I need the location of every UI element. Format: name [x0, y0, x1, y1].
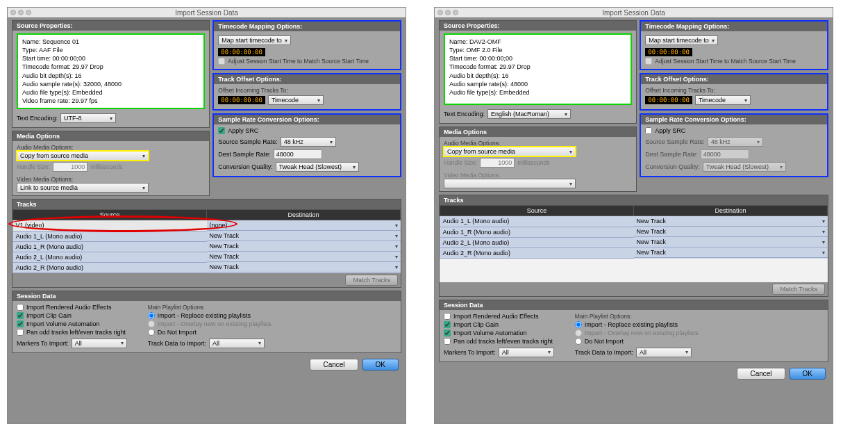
- source-prop-line: Audio bit depth(s): 16: [449, 72, 626, 80]
- track-source: Audio 2_R (Mono audio): [13, 262, 207, 273]
- tc-map-select[interactable]: Map start timecode to: [218, 35, 291, 45]
- src-panel: Sample Rate Conversion Options: Apply SR…: [640, 113, 828, 177]
- track-row[interactable]: Audio 1_R (Mono audio)New Track: [13, 241, 401, 252]
- track-row[interactable]: Audio 1_R (Mono audio)New Track: [440, 227, 828, 237]
- adjust-start-checkbox[interactable]: Adjust Session Start Time to Match Sourc…: [645, 58, 796, 65]
- session-data-panel: Session Data Import Rendered Audio Effec…: [12, 291, 401, 353]
- track-source: Audio 2_L (Mono audio): [440, 237, 634, 247]
- source-properties-panel: Source Properties: Name: Sequence 01Type…: [12, 20, 210, 128]
- track-dest-select[interactable]: New Track: [634, 216, 828, 227]
- titlebar: Import Session Data: [435, 8, 833, 17]
- window-title: Import Session Data: [8, 9, 406, 17]
- track-dest-select[interactable]: New Track: [207, 231, 401, 241]
- source-properties-panel: Source Properties: Name: DAV2-OMFType: O…: [439, 20, 637, 124]
- trackdata-select[interactable]: All: [209, 339, 265, 348]
- track-source: Audio 1_L (Mono audio): [440, 216, 634, 227]
- window-title: Import Session Data: [435, 9, 833, 17]
- source-props-box: Name: Sequence 01Type: AAF FileStart tim…: [17, 33, 205, 109]
- source-sr-select[interactable]: 48 kHz: [281, 137, 336, 147]
- conv-quality-select[interactable]: Tweak Head (Slowest): [276, 162, 359, 172]
- apply-src-checkbox[interactable]: Apply SRC: [218, 127, 258, 134]
- source-prop-line: Name: DAV2-OMF: [449, 38, 626, 46]
- source-prop-line: Start time: 00:00:00;00: [22, 54, 199, 63]
- media-options-panel: Media Options Audio Media Options: Copy …: [439, 127, 637, 192]
- track-dest-select[interactable]: New Track: [207, 262, 401, 273]
- source-prop-line: Video frame rate: 29.97 fps: [22, 97, 199, 105]
- track-dest-select[interactable]: New Track: [634, 237, 828, 247]
- source-prop-line: Audio file type(s): Embedded: [449, 88, 626, 97]
- track-row[interactable]: Audio 1_L (Mono audio)New Track: [13, 231, 401, 241]
- text-encoding-select[interactable]: UTF-8: [60, 113, 116, 123]
- audio-media-select[interactable]: Copy from source media: [17, 151, 149, 161]
- source-prop-line: Audio file type(s): Embedded: [22, 88, 199, 97]
- import-rendered-checkbox[interactable]: Import Rendered Audio Effects: [17, 304, 127, 311]
- import-volauto-checkbox[interactable]: Import Volume Automation: [17, 320, 127, 327]
- source-prop-line: Type: AAF File: [22, 46, 199, 54]
- video-media-select[interactable]: Link to source media: [17, 183, 149, 193]
- track-dest-select[interactable]: New Track: [634, 227, 828, 237]
- tracks-panel: Tracks SourceDestination V1 (video)(none…: [12, 199, 401, 288]
- track-dest-select[interactable]: (none): [207, 220, 401, 231]
- offset-tc-display[interactable]: 00:00:00:00: [218, 96, 265, 104]
- cancel-button[interactable]: Cancel: [310, 359, 358, 371]
- markers-select[interactable]: All: [72, 339, 127, 348]
- tracks-table[interactable]: SourceDestination Audio 1_L (Mono audio)…: [440, 205, 828, 259]
- playlist-donot-radio[interactable]: Do Not Import: [148, 329, 272, 336]
- timecode-mapping-panel: Timecode Mapping Options: Map start time…: [212, 20, 401, 70]
- cancel-button[interactable]: Cancel: [737, 368, 785, 380]
- track-source: Audio 1_R (Mono audio): [440, 227, 634, 237]
- playlist-replace-radio[interactable]: Import - Replace existing playlists: [148, 312, 272, 319]
- pan-odd-checkbox[interactable]: Pan odd tracks left/even tracks right: [17, 329, 127, 336]
- offset-unit-select[interactable]: Timecode: [268, 95, 324, 105]
- media-options-panel: Media Options Audio Media Options: Copy …: [12, 131, 210, 196]
- import-clipgain-checkbox[interactable]: Import Clip Gain: [17, 312, 127, 319]
- tracks-table[interactable]: SourceDestination V1 (video)(none)Audio …: [12, 209, 401, 273]
- source-prop-line: Start time: 00:00:00;00: [449, 54, 626, 63]
- source-prop-line: Timecode format: 29.97 Drop: [449, 63, 626, 71]
- tc-map-select[interactable]: Map start timecode to: [645, 35, 718, 45]
- adjust-start-checkbox[interactable]: Adjust Session Start Time to Match Sourc…: [218, 58, 369, 65]
- track-row[interactable]: Audio 2_R (Mono audio)New Track: [13, 262, 401, 273]
- text-encoding-select[interactable]: English (MacRoman): [487, 109, 571, 119]
- audio-media-select[interactable]: Copy from source media: [444, 147, 576, 156]
- track-dest-select[interactable]: New Track: [634, 247, 828, 258]
- source-prop-line: Audio bit depth(s): 16: [22, 72, 199, 80]
- source-prop-line: Type: OMF 2.0 File: [449, 46, 626, 54]
- titlebar: Import Session Data: [8, 8, 406, 17]
- source-prop-line: Timecode format: 29.97 Drop: [22, 63, 199, 71]
- playlist-overlay-radio[interactable]: Import - Overlay new on existing playlis…: [148, 320, 272, 327]
- session-data-panel: Session Data Import Rendered Audio Effec…: [439, 300, 828, 362]
- ok-button[interactable]: OK: [362, 359, 399, 371]
- timecode-mapping-panel: Timecode Mapping Options: Map start time…: [640, 20, 828, 70]
- apply-src-checkbox[interactable]: Apply SRC: [645, 127, 685, 134]
- source-prop-line: Audio sample rate(s): 48000: [449, 80, 626, 88]
- track-row[interactable]: Audio 2_L (Mono audio)New Track: [440, 237, 828, 247]
- video-media-select: [444, 179, 576, 188]
- source-prop-line: Name: Sequence 01: [22, 38, 199, 46]
- match-tracks-button[interactable]: Match Tracks: [772, 284, 825, 295]
- ok-button[interactable]: OK: [790, 368, 826, 380]
- tracks-panel: Tracks SourceDestination Audio 1_L (Mono…: [439, 195, 828, 297]
- track-source: Audio 2_L (Mono audio): [13, 252, 207, 262]
- import-dialog-left: Import Session Data Source Properties: N…: [7, 7, 406, 424]
- track-dest-select[interactable]: New Track: [207, 241, 401, 252]
- track-source: V1 (video): [13, 220, 207, 231]
- tc-display[interactable]: 00:00:00:00: [218, 48, 265, 56]
- import-dialog-right: Import Session Data Source Properties: N…: [434, 7, 833, 424]
- track-source: Audio 1_R (Mono audio): [13, 241, 207, 252]
- track-offset-panel: Track Offset Options: Offset Incoming Tr…: [640, 73, 828, 111]
- source-prop-line: Audio sample rate(s): 32000, 48000: [22, 80, 199, 88]
- track-offset-panel: Track Offset Options: Offset Incoming Tr…: [212, 73, 401, 111]
- track-dest-select[interactable]: New Track: [207, 252, 401, 262]
- track-row[interactable]: Audio 1_L (Mono audio)New Track: [440, 216, 828, 227]
- track-row[interactable]: Audio 2_R (Mono audio)New Track: [440, 247, 828, 258]
- track-source: Audio 1_L (Mono audio): [13, 231, 207, 241]
- dest-sr-field: 48000: [274, 149, 322, 159]
- track-row[interactable]: Audio 2_L (Mono audio)New Track: [13, 252, 401, 262]
- track-source: Audio 2_R (Mono audio): [440, 247, 634, 258]
- src-panel: Sample Rate Conversion Options: Apply SR…: [212, 113, 401, 177]
- track-row[interactable]: V1 (video)(none): [13, 220, 401, 231]
- match-tracks-button[interactable]: Match Tracks: [345, 275, 398, 286]
